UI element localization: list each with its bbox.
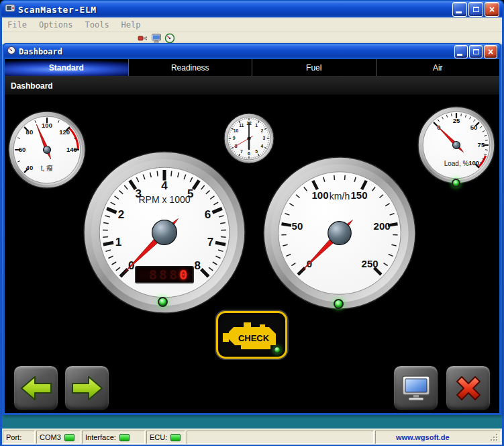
svg-text:1: 1: [115, 236, 121, 249]
menu-tools[interactable]: Tools: [85, 20, 109, 30]
status-empty-panel: [187, 431, 374, 444]
scanmaster-window: ScanMaster-ELM × File Options Tools Help…: [0, 0, 504, 446]
svg-text:100: 100: [468, 159, 479, 167]
svg-text:100: 100: [42, 122, 52, 129]
tab-fuel[interactable]: Fuel: [252, 59, 376, 76]
status-bar: Port: COM3 Interface: ECU: www.wgsoft.de: [2, 429, 502, 445]
svg-text:4: 4: [261, 144, 264, 148]
svg-text:60: 60: [19, 146, 26, 153]
svg-text:50: 50: [292, 220, 303, 232]
ecu-label: ECU:: [150, 433, 167, 441]
dashboard-close-button[interactable]: ×: [484, 45, 497, 58]
maximize-icon: [473, 49, 479, 54]
dashboard-window: Dashboard × Standard Readiness Fuel Air …: [3, 43, 501, 415]
menu-bar: File Options Tools Help: [2, 17, 502, 32]
check-engine-led: [274, 347, 281, 353]
status-port-panel: Port:: [3, 431, 35, 444]
dashboard-window-icon: [7, 46, 16, 58]
display-settings-button[interactable]: [393, 365, 438, 410]
app-icon: [5, 3, 15, 16]
port-status-led: [64, 434, 74, 441]
maximize-button[interactable]: [468, 2, 483, 17]
dashboard-canvas: 406080100120140t, 癈 123456789101112 0255…: [5, 95, 499, 413]
svg-text:25: 25: [453, 117, 460, 124]
svg-text:6: 6: [205, 208, 211, 221]
svg-text:75: 75: [478, 141, 485, 148]
close-dashboard-button[interactable]: [446, 365, 491, 410]
dashboard-titlebar[interactable]: Dashboard ×: [4, 44, 500, 58]
svg-text:120: 120: [59, 128, 70, 136]
arrow-left-icon: [20, 375, 52, 401]
menu-options[interactable]: Options: [39, 20, 73, 30]
svg-text:7: 7: [207, 236, 213, 249]
tab-standard-label: Standard: [49, 63, 84, 73]
svg-text:10: 10: [234, 128, 239, 133]
main-window-title: ScanMaster-ELM: [18, 5, 97, 15]
tab-readiness-label: Readiness: [171, 63, 209, 73]
svg-text:100: 100: [311, 189, 328, 201]
svg-text:2: 2: [261, 128, 264, 133]
minimize-icon: [456, 11, 462, 13]
next-page-button[interactable]: [64, 365, 109, 410]
dashboard-minimize-button[interactable]: [454, 45, 468, 58]
menu-file[interactable]: File: [7, 20, 27, 30]
svg-text:140: 140: [66, 146, 77, 153]
svg-text:8: 8: [195, 259, 201, 272]
rpm-status-led: [158, 297, 168, 307]
main-titlebar[interactable]: ScanMaster-ELM ×: [1, 1, 503, 17]
coolant-temp-gauge: 406080100120140t, 癈: [8, 111, 86, 191]
arrow-right-icon: [71, 375, 103, 401]
speed-status-led: [334, 299, 344, 309]
svg-text:40: 40: [26, 164, 34, 171]
status-website-panel: www.wgsoft.de: [375, 431, 501, 444]
interface-label: Interface:: [85, 433, 116, 441]
svg-text:RPM x 1000: RPM x 1000: [138, 194, 190, 205]
connect-icon[interactable]: [138, 33, 148, 44]
resize-grip[interactable]: [489, 433, 499, 442]
check-engine-indicator: CHECK: [216, 311, 287, 359]
port-label: Port:: [6, 433, 21, 441]
dashboard-header: Dashboard: [5, 77, 499, 95]
tab-readiness[interactable]: Readiness: [129, 59, 253, 76]
status-interface-panel: Interface:: [82, 431, 145, 444]
maximize-icon: [473, 7, 479, 12]
svg-text:11: 11: [239, 123, 244, 128]
digital-value: 0: [179, 267, 189, 283]
svg-text:5: 5: [255, 149, 258, 154]
monitor-screen-icon: [401, 375, 432, 402]
svg-text:4: 4: [161, 179, 168, 192]
engine-load-gauge: 0255075100Load, %: [417, 106, 495, 187]
tab-air[interactable]: Air: [376, 59, 500, 76]
dashboard-window-title: Dashboard: [19, 47, 62, 56]
svg-text:t, 癈: t, 癈: [41, 165, 53, 172]
svg-text:km/h: km/h: [330, 191, 350, 202]
gauge-icon[interactable]: [164, 33, 175, 44]
tab-bar: Standard Readiness Fuel Air: [5, 59, 499, 77]
svg-text:1: 1: [255, 123, 258, 128]
svg-text:3: 3: [262, 136, 265, 140]
dashboard-maximize-button[interactable]: [469, 45, 483, 58]
svg-text:9: 9: [233, 136, 236, 140]
minimize-icon: [457, 54, 462, 56]
website-link[interactable]: www.wgsoft.de: [379, 433, 450, 441]
dashboard-content: Standard Readiness Fuel Air Dashboard 40…: [5, 59, 499, 413]
monitor-icon[interactable]: [151, 33, 162, 44]
status-com-panel: COM3: [36, 431, 81, 444]
ecu-status-led: [170, 434, 181, 441]
rpm-gauge: 012345678RPM x 1000: [83, 151, 246, 316]
digital-ghost-digits: 888: [149, 267, 179, 283]
port-value: COM3: [40, 433, 61, 441]
menu-help[interactable]: Help: [121, 20, 141, 30]
tab-standard[interactable]: Standard: [5, 59, 129, 76]
red-x-icon: [453, 373, 484, 404]
close-button[interactable]: ×: [485, 2, 499, 17]
svg-text:2: 2: [118, 208, 124, 221]
check-engine-label: CHECK: [238, 333, 270, 343]
tab-fuel-label: Fuel: [306, 63, 321, 73]
rpm-digital-display: 8880: [135, 266, 194, 283]
svg-text:80: 80: [26, 128, 34, 136]
minimize-button[interactable]: [452, 2, 467, 17]
prev-page-button[interactable]: [13, 365, 58, 410]
status-ecu-panel: ECU:: [146, 431, 185, 444]
svg-text:250: 250: [362, 258, 379, 269]
